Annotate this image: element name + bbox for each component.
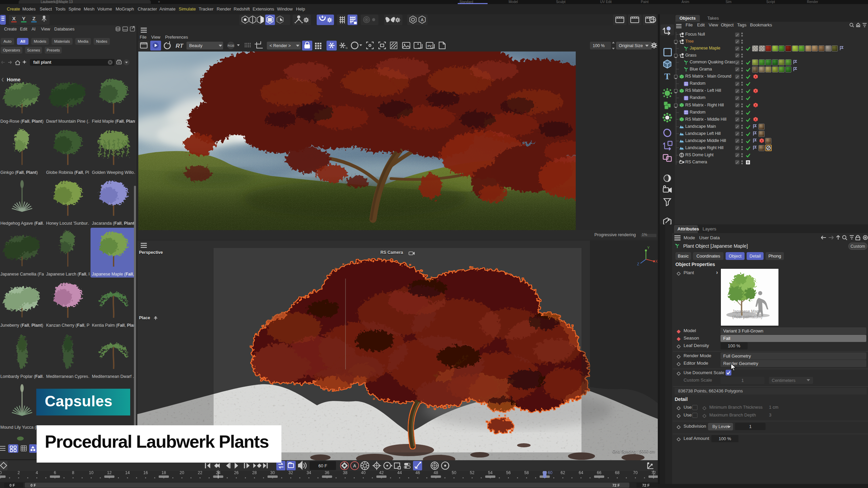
svg-text:54: 54 — [488, 470, 493, 475]
svg-text:58: 58 — [524, 470, 529, 475]
svg-text:26: 26 — [234, 470, 239, 475]
svg-text:Y: Y — [22, 16, 25, 21]
svg-text:56: 56 — [506, 470, 511, 475]
svg-text:PV: PV — [428, 44, 432, 48]
svg-text:0 F: 0 F — [31, 483, 36, 487]
svg-text:A: A — [421, 18, 424, 22]
svg-text:10: 10 — [89, 470, 94, 475]
svg-text:60 F: 60 F — [318, 463, 327, 468]
svg-text:70: 70 — [633, 470, 638, 475]
svg-text:14: 14 — [125, 470, 130, 475]
svg-text:Z: Z — [637, 262, 639, 266]
svg-text:72 F: 72 F — [642, 483, 650, 487]
svg-text:A: A — [353, 463, 356, 468]
svg-text:Z: Z — [32, 16, 35, 21]
svg-text:38: 38 — [343, 470, 348, 475]
svg-text:16: 16 — [143, 470, 148, 475]
svg-text:X: X — [12, 16, 16, 21]
svg-text:6: 6 — [54, 470, 56, 475]
svg-text:G: G — [346, 46, 348, 49]
svg-text:0: 0 — [0, 470, 2, 475]
svg-text:22: 22 — [198, 470, 202, 475]
svg-text:28: 28 — [252, 470, 257, 475]
svg-text:50: 50 — [452, 470, 456, 475]
svg-text:X: X — [655, 260, 658, 263]
svg-text:fall plant: fall plant — [33, 60, 52, 65]
svg-text:RGB: RGB — [228, 44, 234, 47]
svg-text:44: 44 — [397, 470, 402, 475]
svg-text:< Render >: < Render > — [270, 43, 291, 48]
svg-text:Y: Y — [647, 246, 650, 250]
svg-text:T: T — [664, 72, 670, 81]
svg-text:32: 32 — [289, 470, 293, 475]
svg-text:68: 68 — [615, 470, 620, 475]
svg-text:52: 52 — [470, 470, 475, 475]
svg-text:Original Size: Original Size — [619, 43, 643, 48]
svg-text:100 %: 100 % — [593, 43, 605, 48]
svg-text:RT: RT — [176, 43, 184, 49]
svg-text:66: 66 — [597, 470, 601, 475]
svg-text:18: 18 — [161, 470, 166, 475]
svg-text:72 F: 72 F — [612, 483, 620, 487]
svg-text:48: 48 — [434, 470, 438, 475]
svg-text:60: 60 — [548, 470, 553, 475]
svg-text:Japanese Maple: Japanese Maple — [732, 309, 762, 314]
svg-text:(Acer palmatum): (Acer palmatum) — [732, 314, 763, 319]
svg-text:42: 42 — [379, 470, 384, 475]
svg-text:62: 62 — [560, 470, 565, 475]
svg-text:36: 36 — [325, 470, 330, 475]
svg-text:46: 46 — [415, 470, 420, 475]
svg-text:4: 4 — [36, 470, 38, 475]
svg-text:40: 40 — [361, 470, 366, 475]
svg-text:34: 34 — [307, 470, 311, 475]
svg-text:0 F: 0 F — [9, 483, 15, 487]
svg-text:64: 64 — [579, 470, 584, 475]
svg-text:8: 8 — [72, 470, 74, 475]
svg-text:12: 12 — [107, 470, 112, 475]
svg-text:20: 20 — [180, 470, 184, 475]
svg-text:Beauty: Beauty — [189, 43, 203, 48]
svg-text:2: 2 — [18, 470, 20, 475]
svg-text:30: 30 — [270, 470, 275, 475]
